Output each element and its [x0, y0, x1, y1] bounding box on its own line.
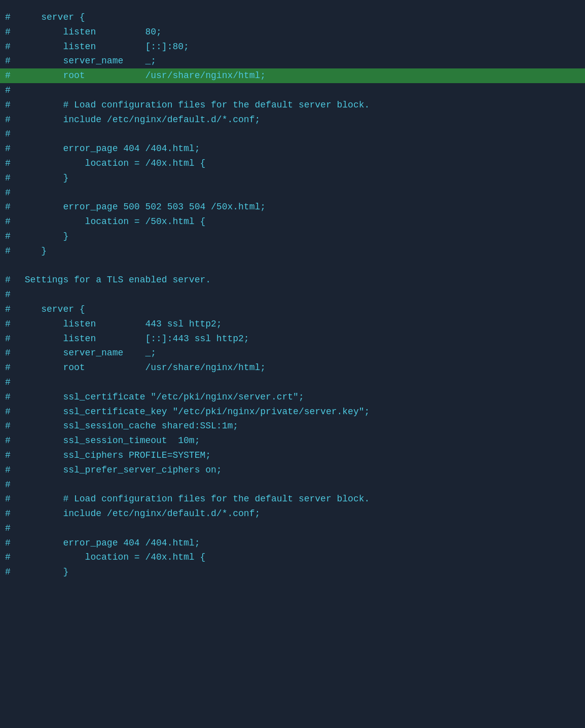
- code-line: # }: [0, 244, 585, 259]
- line-content: }: [19, 229, 68, 244]
- code-line: # server {: [0, 10, 585, 25]
- code-line: # }: [0, 171, 585, 186]
- line-hash: #: [5, 565, 19, 579]
- code-line: # ssl_ciphers PROFILE=SYSTEM;: [0, 448, 585, 463]
- line-hash: #: [5, 141, 19, 156]
- code-line: # ssl_certificate_key "/etc/pki/nginx/pr…: [0, 405, 585, 419]
- line-hash: #: [5, 68, 19, 83]
- line-content: ssl_ciphers PROFILE=SYSTEM;: [19, 448, 211, 463]
- line-content: # Load configuration files for the defau…: [19, 98, 370, 113]
- code-line: # error_page 404 /404.html;: [0, 536, 585, 551]
- line-hash: #: [5, 419, 19, 433]
- line-content: include /etc/nginx/default.d/*.conf;: [19, 506, 260, 521]
- line-content: ssl_certificate_key "/etc/pki/nginx/priv…: [19, 405, 370, 419]
- code-line: [0, 259, 585, 273]
- line-hash: #: [5, 156, 19, 171]
- line-content: }: [19, 171, 68, 186]
- line-hash: #: [5, 302, 19, 317]
- code-line: # ssl_certificate "/etc/pki/nginx/server…: [0, 390, 585, 405]
- code-line: # include /etc/nginx/default.d/*.conf;: [0, 113, 585, 127]
- line-hash: #: [5, 317, 19, 332]
- line-content: ssl_session_cache shared:SSL:1m;: [19, 419, 238, 433]
- line-hash: #: [5, 273, 19, 287]
- line-content: }: [19, 244, 47, 259]
- line-content: # Load configuration files for the defau…: [19, 492, 370, 506]
- line-content: location = /40x.html {: [19, 550, 205, 565]
- code-line: # error_page 404 /404.html;: [0, 141, 585, 156]
- line-content: error_page 500 502 503 504 /50x.html;: [19, 200, 266, 214]
- code-line: # location = /40x.html {: [0, 550, 585, 565]
- code-line: # listen 80;: [0, 25, 585, 40]
- line-hash: #: [5, 492, 19, 506]
- line-hash: #: [5, 287, 19, 302]
- code-line: # # Load configuration files for the def…: [0, 98, 585, 113]
- code-line: # include /etc/nginx/default.d/*.conf;: [0, 506, 585, 521]
- line-content: server {: [19, 302, 85, 317]
- line-hash: #: [5, 200, 19, 214]
- line-content: Settings for a TLS enabled server.: [19, 273, 211, 287]
- code-line: # error_page 500 502 503 504 /50x.html;: [0, 200, 585, 214]
- line-hash: #: [5, 186, 19, 200]
- line-content: listen [::]:443 ssl http2;: [19, 332, 249, 346]
- line-hash: #: [5, 40, 19, 54]
- code-line: #: [0, 521, 585, 536]
- line-content: ssl_prefer_server_ciphers on;: [19, 463, 222, 478]
- line-hash: #: [5, 375, 19, 390]
- code-line: #: [0, 478, 585, 492]
- line-content: listen [::]:80;: [19, 40, 189, 54]
- line-hash: #: [5, 405, 19, 419]
- code-line: # ssl_session_timeout 10m;: [0, 433, 585, 448]
- line-content: ssl_session_timeout 10m;: [19, 433, 200, 448]
- line-hash: #: [5, 113, 19, 127]
- line-hash: #: [5, 83, 19, 98]
- code-line: # ssl_prefer_server_ciphers on;: [0, 463, 585, 478]
- line-hash: #: [5, 550, 19, 565]
- line-hash: #: [5, 433, 19, 448]
- line-hash: #: [5, 127, 19, 141]
- line-hash: #: [5, 360, 19, 375]
- line-hash: #: [5, 521, 19, 536]
- line-hash: #: [5, 25, 19, 40]
- line-hash: #: [5, 536, 19, 551]
- line-hash: #: [5, 229, 19, 244]
- code-line: # listen [::]:80;: [0, 40, 585, 54]
- line-hash: #: [5, 346, 19, 360]
- line-content: error_page 404 /404.html;: [19, 141, 200, 156]
- code-line: # root /usr/share/nginx/html;: [0, 68, 585, 83]
- line-hash: #: [5, 506, 19, 521]
- line-hash: #: [5, 332, 19, 346]
- line-content: server {: [19, 10, 85, 25]
- line-hash: #: [5, 10, 19, 25]
- line-content: location = /50x.html {: [19, 214, 205, 229]
- code-line: # location = /40x.html {: [0, 156, 585, 171]
- line-content: listen 80;: [19, 25, 162, 40]
- line-content: }: [19, 565, 68, 579]
- line-content: server_name _;: [19, 346, 156, 360]
- line-hash: #: [5, 463, 19, 478]
- code-line: # }: [0, 229, 585, 244]
- code-editor: # server {# listen 80;# listen [::]:80;#…: [0, 5, 585, 585]
- line-hash: #: [5, 171, 19, 186]
- line-content: root /usr/share/nginx/html;: [19, 360, 266, 375]
- code-line: #: [0, 375, 585, 390]
- line-hash: #: [5, 54, 19, 68]
- line-content: include /etc/nginx/default.d/*.conf;: [19, 113, 260, 127]
- code-line: #: [0, 186, 585, 200]
- line-content: listen 443 ssl http2;: [19, 317, 222, 332]
- code-line: # }: [0, 565, 585, 579]
- line-content: location = /40x.html {: [19, 156, 205, 171]
- line-hash: #: [5, 244, 19, 259]
- line-hash: #: [5, 98, 19, 113]
- code-line: # server_name _;: [0, 346, 585, 360]
- code-line: # ssl_session_cache shared:SSL:1m;: [0, 419, 585, 433]
- code-line: # listen [::]:443 ssl http2;: [0, 332, 585, 346]
- line-content: server_name _;: [19, 54, 156, 68]
- code-line: # server_name _;: [0, 54, 585, 68]
- line-content: ssl_certificate "/etc/pki/nginx/server.c…: [19, 390, 304, 405]
- line-content: error_page 404 /404.html;: [19, 536, 200, 551]
- code-line: # location = /50x.html {: [0, 214, 585, 229]
- code-line: # server {: [0, 302, 585, 317]
- code-line: # root /usr/share/nginx/html;: [0, 360, 585, 375]
- code-line: # Settings for a TLS enabled server.: [0, 273, 585, 287]
- code-line: # listen 443 ssl http2;: [0, 317, 585, 332]
